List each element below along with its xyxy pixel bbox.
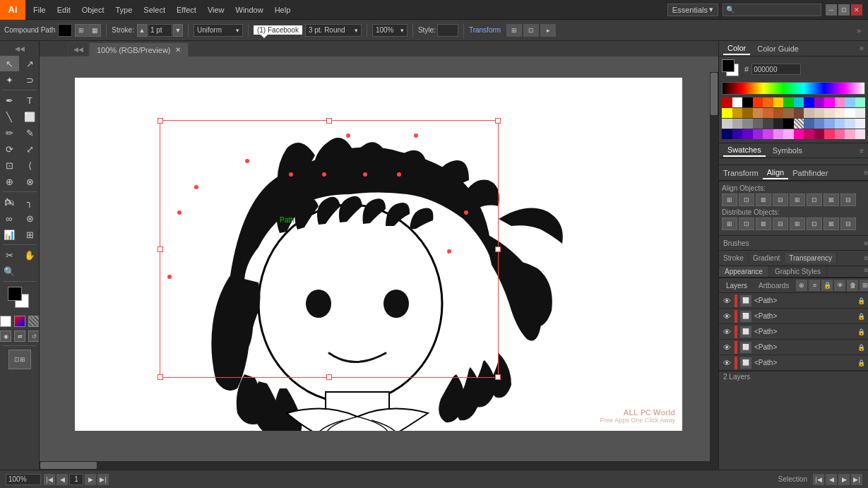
play-last[interactable]: ▶|	[851, 474, 862, 485]
swatch-r3-10[interactable]	[814, 119, 825, 129]
align-extra2[interactable]: ⊟	[840, 194, 856, 206]
swatch-r4-14[interactable]	[855, 129, 866, 139]
layer-name-5[interactable]: <Path>	[754, 359, 854, 367]
essentials-button[interactable]: Essentials ▾	[667, 4, 718, 16]
menu-help[interactable]: Help	[270, 4, 296, 16]
swatch-r2-4[interactable]	[753, 108, 763, 118]
align-left[interactable]: ⊞	[722, 194, 737, 206]
layer-lock-4[interactable]: 🔒	[857, 343, 865, 352]
layer-lock-1[interactable]: 🔒	[857, 297, 865, 305]
line-tool[interactable]: ╲	[0, 109, 19, 124]
zoom-level[interactable]: 100%	[6, 474, 41, 485]
gradient-tab[interactable]: Gradient	[749, 253, 785, 263]
swatch-r3-7[interactable]	[783, 119, 794, 129]
swatch-magenta[interactable]	[824, 97, 835, 107]
swatch-r3-14[interactable]	[855, 119, 866, 129]
hand-tool[interactable]: ✋	[20, 247, 40, 263]
handle-top-right[interactable]	[495, 118, 501, 124]
swatches-tab[interactable]: Swatches	[723, 144, 766, 157]
dist-center-v[interactable]: ⊞	[790, 218, 805, 230]
swatch-r2-3[interactable]	[742, 108, 753, 118]
layer-name-4[interactable]: <Path>	[754, 343, 854, 351]
swatch-r3-3[interactable]	[742, 119, 753, 129]
layer-lock-5[interactable]: 🔒	[857, 359, 865, 367]
menu-object[interactable]: Object	[77, 4, 109, 16]
hex-input[interactable]	[751, 64, 801, 75]
swatch-r2-8[interactable]	[794, 108, 804, 118]
layers-delete-icon[interactable]: 🗑	[847, 280, 858, 291]
menu-file[interactable]: File	[28, 4, 51, 16]
layer-vis-4[interactable]: 👁	[722, 343, 732, 352]
close-button[interactable]: ✕	[851, 4, 862, 16]
play-prev[interactable]: ◀	[826, 474, 837, 485]
align-top[interactable]: ⊟	[773, 194, 788, 206]
direct-selection-tool[interactable]: ↗	[20, 56, 40, 71]
swatch-r2-12[interactable]	[835, 108, 845, 118]
play-btn[interactable]: ▶	[838, 474, 850, 485]
lasso-tool[interactable]: ⊃	[20, 72, 40, 88]
swatch-r2-10[interactable]	[814, 108, 825, 118]
style-box[interactable]	[437, 24, 458, 37]
swatch-r2-11[interactable]	[824, 108, 835, 118]
layer-lock-2[interactable]: 🔒	[857, 312, 865, 321]
warp-tool[interactable]: ⟨	[20, 157, 40, 173]
swatch-r4-10[interactable]	[814, 129, 825, 139]
swatch-r4-5[interactable]	[763, 129, 773, 139]
mode-toggle[interactable]: ⊡⊞	[8, 350, 31, 369]
width-tool[interactable]: ⊕	[0, 174, 19, 189]
scale-tool[interactable]: ⊡	[0, 157, 19, 173]
swatch-pink[interactable]	[835, 97, 845, 107]
layer-name-2[interactable]: <Path>	[754, 312, 854, 320]
color-gradient[interactable]	[722, 82, 865, 95]
slice-tool[interactable]: ✂	[0, 247, 19, 263]
play-first[interactable]: |◀	[813, 474, 824, 485]
stroke-input[interactable]	[148, 24, 172, 37]
dist-bottom[interactable]: ⊠	[756, 218, 771, 230]
nav-last[interactable]: ▶|	[97, 474, 109, 485]
scroll-thumb-horizontal[interactable]	[40, 462, 97, 469]
swatch-blue[interactable]	[804, 97, 814, 107]
color-panel-btn[interactable]: ◉	[0, 331, 11, 342]
handle-bot-left[interactable]	[157, 374, 163, 380]
stroke-up-arrow[interactable]: ▲	[137, 24, 147, 37]
nav-first[interactable]: |◀	[44, 474, 55, 485]
menu-edit[interactable]: Edit	[52, 4, 76, 16]
swatch-r3-12[interactable]	[835, 119, 845, 129]
canvas-tab-close[interactable]: ✕	[175, 46, 181, 54]
gradient-button[interactable]	[14, 316, 25, 327]
transparency-tab[interactable]: Transparency	[785, 253, 837, 263]
toolbox-collapse[interactable]: ◀◀	[3, 44, 37, 54]
swatch-r2-9[interactable]	[804, 108, 814, 118]
swatch-green[interactable]	[783, 97, 794, 107]
swatches-collapse[interactable]: ≡	[860, 147, 864, 155]
swatch-r2-1[interactable]	[722, 108, 732, 118]
align-center-h[interactable]: ⊡	[739, 194, 754, 206]
minimize-button[interactable]: ─	[826, 4, 837, 16]
swatch-black[interactable]	[742, 97, 753, 107]
layers-lock-icon[interactable]: 🔒	[821, 280, 833, 291]
swatch-r3-13[interactable]	[845, 119, 855, 129]
round-cap-dropdown[interactable]: 3 pt. Round ▾	[305, 24, 362, 37]
restore-button[interactable]: ⊡	[838, 4, 850, 16]
foreground-color-box[interactable]	[8, 287, 22, 301]
swatch-r2-7[interactable]	[783, 108, 794, 118]
artboards-tab[interactable]: Artboards	[754, 280, 793, 291]
align-bottom[interactable]: ⊡	[807, 194, 822, 206]
search-box[interactable]: 🔍	[723, 4, 821, 16]
rect-tool[interactable]: ⬜	[20, 109, 40, 124]
swatch-r3-5[interactable]	[763, 119, 773, 129]
swatch-r3-8[interactable]	[794, 119, 804, 129]
menu-type[interactable]: Type	[111, 4, 138, 16]
layer-name-1[interactable]: <Path>	[754, 297, 854, 304]
layer-lock-3[interactable]: 🔒	[857, 328, 865, 336]
swatch-yellow[interactable]	[773, 97, 784, 107]
swatch-r4-12[interactable]	[835, 129, 845, 139]
dist-right[interactable]: ⊡	[807, 218, 822, 230]
magic-wand-tool[interactable]: ✦	[0, 72, 19, 88]
swatch-r4-2[interactable]	[732, 129, 743, 139]
swatch-red[interactable]	[753, 97, 763, 107]
align-right[interactable]: ⊠	[756, 194, 771, 206]
swatch-r3-6[interactable]	[773, 119, 784, 129]
handle-bot-center[interactable]	[326, 374, 332, 380]
dist-extra[interactable]: ⊠	[824, 218, 839, 230]
